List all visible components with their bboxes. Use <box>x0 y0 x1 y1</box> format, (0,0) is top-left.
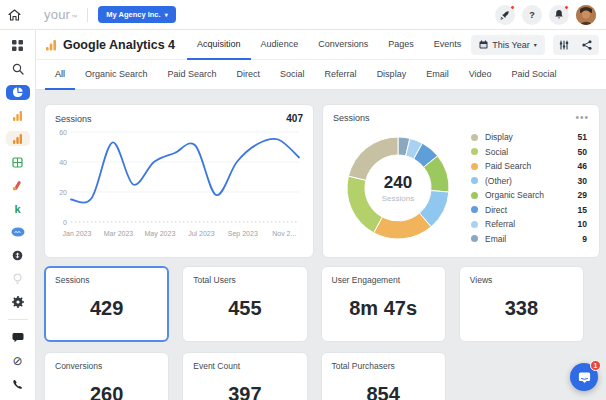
kpi-value: 8m 47s <box>332 297 435 320</box>
subtab-paid-social[interactable]: Paid Social <box>502 60 567 90</box>
legend-item-other[interactable]: (Other)30 <box>471 174 587 189</box>
subtab-paid-search[interactable]: Paid Search <box>158 60 227 90</box>
user-avatar[interactable] <box>576 5 596 25</box>
subtab-email[interactable]: Email <box>416 60 459 90</box>
legend-label: Paid Search <box>485 161 578 171</box>
legend-dot <box>471 134 478 141</box>
inactive-integration-icon[interactable] <box>6 271 30 286</box>
chat-launcher-button[interactable]: 1 <box>570 363 598 391</box>
donut-slice-display[interactable] <box>348 137 398 180</box>
card-title: Sessions <box>333 113 370 123</box>
subtab-referral[interactable]: Referral <box>315 60 367 90</box>
legend-label: Referral <box>485 219 578 229</box>
kpi-card-event-count[interactable]: Event Count397 <box>182 352 307 400</box>
sessions-donut-chart[interactable] <box>339 129 457 247</box>
legend-dot <box>471 235 478 242</box>
subtab-social[interactable]: Social <box>270 60 315 90</box>
ads-icon[interactable] <box>6 178 30 193</box>
legend-item-direct[interactable]: Direct15 <box>471 203 587 218</box>
sessions-line-card: Sessions 407 0204060Jan 2023Mar 2023May … <box>44 104 314 258</box>
legend-value: 10 <box>578 219 587 229</box>
y-axis-tick: 60 <box>59 129 67 136</box>
apps-grid-icon[interactable] <box>6 38 30 53</box>
legend-item-display[interactable]: Display51 <box>471 130 587 145</box>
logo-main: LOGO <box>36 90 606 104</box>
tab-conversions[interactable]: Conversions <box>308 30 378 60</box>
dashboard-content: Sessions 407 0204060Jan 2023Mar 2023May … <box>36 90 606 400</box>
legend-label: Email <box>485 234 582 244</box>
left-sidebar: k ⊘ <box>0 30 36 400</box>
finance-icon[interactable] <box>6 248 30 263</box>
subtab-all[interactable]: All <box>45 60 75 90</box>
legend-value: 30 <box>578 176 587 186</box>
sidebar-divider <box>8 319 28 320</box>
subtab-display[interactable]: Display <box>367 60 417 90</box>
kpi-label: Total Users <box>193 275 296 285</box>
legend-dot <box>471 221 478 228</box>
kpi-card-user-engagement[interactable]: User Engagement8m 47s <box>321 266 446 342</box>
subtab-video[interactable]: Video <box>459 60 502 90</box>
kpi-label: Views <box>470 275 573 285</box>
filter-sliders-icon[interactable] <box>553 35 576 55</box>
x-axis-tick: Mar 2023 <box>104 230 134 237</box>
legend-item-social[interactable]: Social50 <box>471 145 587 160</box>
y-axis-tick: 40 <box>59 159 67 166</box>
sessions-donut-card: Sessions ••• 240 Sessions Display51Socia… <box>322 104 600 258</box>
phone-icon[interactable] <box>6 377 30 392</box>
report-title: Google Analytics 4 <box>63 38 175 52</box>
chat-bubble-icon[interactable] <box>6 330 30 345</box>
kpi-card-total-users[interactable]: Total Users455 <box>182 266 307 342</box>
kpi-value: 854 <box>332 383 435 400</box>
y-axis-tick: 0 <box>63 219 67 226</box>
spreadsheet-icon[interactable] <box>6 154 30 169</box>
calendar-icon <box>479 40 488 49</box>
klaviyo-icon[interactable]: k <box>6 201 30 216</box>
share-icon[interactable] <box>576 35 599 55</box>
whats-new-button[interactable] <box>495 5 515 25</box>
tab-pages[interactable]: Pages <box>378 30 424 60</box>
sessions-line-chart[interactable]: 0204060Jan 2023Mar 2023May 2023Jul 2023S… <box>55 124 303 246</box>
card-menu-icon[interactable]: ••• <box>575 115 589 121</box>
kpi-card-conversions[interactable]: Conversions260 <box>44 352 169 400</box>
kpi-label: Event Count <box>193 361 296 371</box>
legend-item-referral[interactable]: Referral10 <box>471 217 587 232</box>
kpi-card-sessions[interactable]: Sessions429 <box>44 266 169 342</box>
subtab-direct[interactable]: Direct <box>227 60 271 90</box>
settings-gear-icon[interactable] <box>6 294 30 309</box>
subtab-organic-search[interactable]: Organic Search <box>75 60 158 90</box>
date-range-label: This Year <box>492 40 530 50</box>
brand-logo: yourLOGO™ <box>44 7 77 22</box>
notifications-button[interactable] <box>549 5 569 25</box>
donut-slice-social[interactable] <box>347 176 382 233</box>
analytics-bars-icon[interactable] <box>6 108 30 123</box>
date-range-button[interactable]: This Year ▾ <box>471 35 545 55</box>
legend-item-organic-search[interactable]: Organic Search29 <box>471 188 587 203</box>
kpi-value: 338 <box>470 297 573 320</box>
avatar-image <box>576 5 596 25</box>
kpi-value: 455 <box>193 297 296 320</box>
agency-selector-button[interactable]: My Agency Inc. ▾ <box>98 6 175 23</box>
kpi-value: 397 <box>193 383 296 400</box>
agency-selector-label: My Agency Inc. <box>106 10 160 19</box>
dashboard-pie-icon[interactable] <box>6 85 30 100</box>
kpi-label: User Engagement <box>332 275 435 285</box>
tab-acquisition[interactable]: Acquisition <box>187 30 251 60</box>
kpi-card-total-purchasers[interactable]: Total Purchasers854 <box>321 352 446 400</box>
analytics-bars-alt-icon[interactable] <box>6 131 30 146</box>
tab-audience[interactable]: Audience <box>251 30 309 60</box>
legend-value: 29 <box>578 190 587 200</box>
cloud-icon[interactable] <box>6 224 30 239</box>
legend-dot <box>471 206 478 213</box>
legend-label: Social <box>485 147 578 157</box>
legend-item-paid-search[interactable]: Paid Search46 <box>471 159 587 174</box>
kpi-card-views[interactable]: Views338 <box>459 266 584 342</box>
circle-slash-icon[interactable]: ⊘ <box>6 353 30 368</box>
tab-events[interactable]: Events <box>424 30 472 60</box>
chat-unread-badge: 1 <box>590 360 601 371</box>
legend-item-email[interactable]: Email9 <box>471 232 587 247</box>
legend-label: Organic Search <box>485 190 578 200</box>
help-button[interactable]: ? <box>522 5 542 25</box>
home-button[interactable] <box>5 5 25 25</box>
search-icon[interactable] <box>6 61 30 76</box>
x-axis-tick: May 2023 <box>145 230 176 238</box>
